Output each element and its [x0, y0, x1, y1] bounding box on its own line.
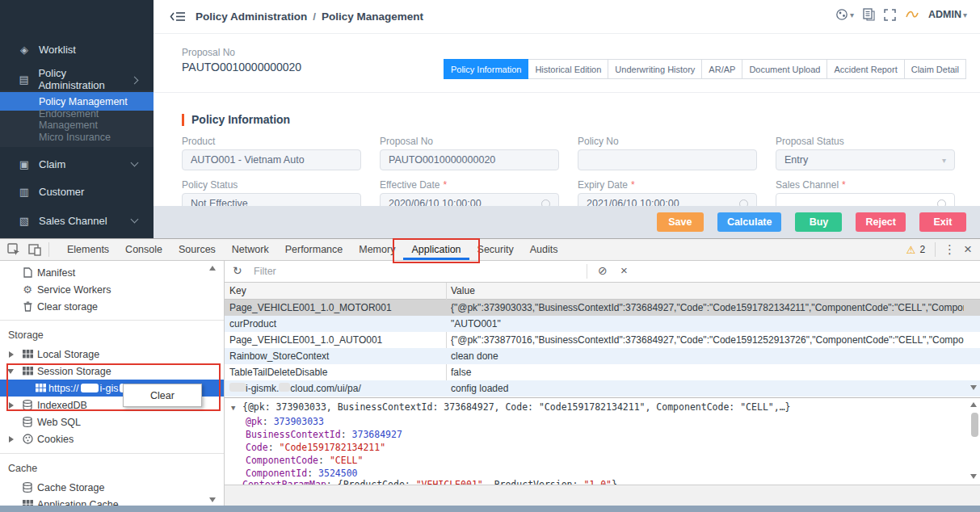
tab-ar-ap[interactable]: AR/AP [701, 59, 742, 79]
triangle-down-icon[interactable]: ▼ [231, 404, 242, 412]
sidebar-item-local-storage[interactable]: Local Storage [0, 346, 224, 363]
preview-prop: BusinessContextId373684927 [231, 429, 402, 440]
gear-icon: ⚙ [22, 283, 33, 296]
proposal-status-select[interactable]: Entry ▾ [776, 149, 955, 170]
row-value: "AUTO001" [451, 318, 964, 329]
device-toolbar-icon[interactable] [27, 242, 42, 257]
sidebar-item-policy-administration[interactable]: ▤ Policy Administration [0, 69, 154, 90]
fullscreen-icon[interactable] [884, 9, 896, 21]
tab-network[interactable]: Network [224, 239, 277, 260]
column-header-key[interactable]: Key [229, 285, 246, 296]
sidebar-item-manifest[interactable]: Manifest [0, 264, 224, 281]
sidebar-item-label: Policy Management [39, 96, 128, 107]
sidebar-item-endorsement-management[interactable]: Endorsement Management [0, 110, 154, 128]
row-key: Page_VEHICLE001_1.0_AUTO001 [229, 334, 441, 346]
user-menu[interactable]: ADMIN ▾ [928, 9, 967, 20]
expand-triangle-icon[interactable] [9, 402, 14, 409]
expand-triangle-icon[interactable] [9, 351, 14, 358]
tab-claim-detail[interactable]: Claim Detail [904, 59, 966, 79]
breadcrumb-item[interactable]: Policy Administration [196, 10, 307, 23]
column-header-value[interactable]: Value [451, 285, 475, 296]
policy-status-field[interactable]: Not Effective [182, 193, 361, 206]
sidebar-item-sales-channel[interactable]: ▧ Sales Channel [0, 210, 154, 231]
inspect-element-icon[interactable] [6, 242, 21, 257]
scroll-down-arrow[interactable] [209, 497, 216, 502]
customer-icon: ▥ [18, 186, 31, 198]
tab-underwriting-history[interactable]: Underwriting History [608, 59, 702, 79]
tab-security[interactable]: Security [469, 239, 522, 260]
table-row[interactable]: i-gismk.cloud.com/ui/pa/ config loaded [225, 380, 980, 397]
caret-down-icon: ▾ [850, 10, 854, 19]
policy-status-label: Policy Status [182, 179, 238, 191]
cookie-icon [22, 434, 33, 444]
app-header: Policy Administration / Policy Managemen… [154, 0, 980, 34]
sidebar-item-micro-insurance[interactable]: Micro Insurance [0, 128, 154, 146]
preview-scrollbar-thumb[interactable] [971, 413, 978, 437]
tab-historical-edition[interactable]: Historical Edition [528, 59, 608, 79]
table-row[interactable]: Rainbow_StoreContext clean done [225, 348, 980, 364]
reject-button[interactable]: Reject [856, 212, 906, 232]
theme-skin-icon[interactable]: ▾ [835, 8, 854, 21]
sidebar-item-cookies[interactable]: Cookies [0, 430, 224, 447]
preview-scroll-down-arrow[interactable] [970, 474, 977, 479]
document-copy-icon[interactable] [863, 8, 875, 21]
calculate-button[interactable]: Calculate [717, 212, 782, 232]
sidebar-collapse-icon[interactable] [170, 10, 186, 23]
devtools-panel: Elements Console Sources Network Perform… [0, 238, 980, 506]
policy-no-field[interactable] [578, 149, 757, 170]
tab-performance[interactable]: Performance [277, 239, 351, 260]
table-scroll-down-arrow[interactable] [970, 385, 977, 390]
tab-console[interactable]: Console [117, 239, 170, 260]
redaction-blob [229, 383, 246, 392]
refresh-icon[interactable]: ↻ [233, 264, 242, 277]
save-button[interactable]: Save [657, 212, 704, 232]
expand-triangle-icon[interactable] [9, 436, 14, 443]
close-devtools-icon[interactable]: × [964, 241, 972, 258]
sidebar-item-worklist[interactable]: ◈ Worklist [0, 39, 154, 60]
tab-accident-report[interactable]: Accident Report [826, 59, 904, 79]
scroll-up-arrow[interactable] [209, 266, 216, 271]
sidebar-item-cache-storage[interactable]: Cache Storage [0, 479, 224, 496]
table-header: Key Value [225, 283, 980, 300]
tab-audits[interactable]: Audits [522, 239, 566, 260]
sidebar-item-customer[interactable]: ▥ Customer [0, 181, 154, 202]
table-row[interactable]: curProduct "AUTO001" [225, 316, 980, 332]
tab-sources[interactable]: Sources [170, 239, 224, 260]
table-row[interactable]: Page_VEHICLE001_1.0_MOTOR001 {"@pk":3739… [225, 300, 980, 316]
breadcrumb-item[interactable]: Policy Management [322, 10, 423, 23]
section-accent-bar [182, 114, 184, 126]
exit-button[interactable]: Exit [919, 212, 966, 232]
sidebar-item-session-storage[interactable]: Session Storage [0, 363, 224, 380]
tab-memory[interactable]: Memory [351, 239, 403, 260]
table-row[interactable]: TableTailDeleteDisable false [225, 364, 980, 380]
effective-date-field[interactable]: 2020/06/10 10:00:00 [380, 193, 559, 206]
section-title: Policy Information [191, 113, 290, 126]
required-asterisk: * [443, 179, 447, 191]
sidebar-item-clear-storage[interactable]: Clear storage [0, 298, 224, 315]
clear-all-icon[interactable]: ⊘ [598, 264, 608, 277]
sales-channel-field[interactable] [776, 193, 955, 206]
brand-logo-icon [905, 9, 919, 20]
collapse-triangle-icon[interactable] [7, 369, 14, 374]
sidebar-item-claim[interactable]: ▣ Claim [0, 153, 154, 174]
warning-icon[interactable]: ⚠ [906, 244, 916, 256]
tab-policy-information[interactable]: Policy Information [444, 59, 528, 79]
expiry-date-field[interactable]: 2021/06/10 10:00:00 [578, 193, 757, 206]
product-field[interactable]: AUTO001 - Vietnam Auto [182, 149, 361, 170]
table-row[interactable]: Page_VEHICLE001_1.0_AUTO001 {"@pk":37387… [225, 332, 980, 348]
context-menu-item-clear[interactable]: Clear [150, 390, 175, 401]
policy-no-label: Policy No [578, 136, 619, 147]
filter-input[interactable] [254, 263, 561, 279]
kebab-menu-icon[interactable]: ⋮ [944, 242, 956, 257]
item-label: Cache Storage [37, 482, 104, 493]
proposal-no-field[interactable]: PAUTO0010000000020 [380, 149, 559, 170]
product-value: AUTO001 - Vietnam Auto [191, 154, 305, 166]
sidebar-item-web-sql[interactable]: Web SQL [0, 413, 224, 430]
tab-application[interactable]: Application [403, 239, 469, 260]
delete-selected-icon[interactable]: × [620, 263, 628, 277]
sidebar-item-service-workers[interactable]: ⚙ Service Workers [0, 281, 224, 298]
preview-scroll-up-arrow[interactable] [970, 402, 977, 407]
tab-elements[interactable]: Elements [59, 239, 117, 260]
tab-document-upload[interactable]: Document Upload [742, 59, 827, 79]
buy-button[interactable]: Buy [795, 212, 842, 232]
